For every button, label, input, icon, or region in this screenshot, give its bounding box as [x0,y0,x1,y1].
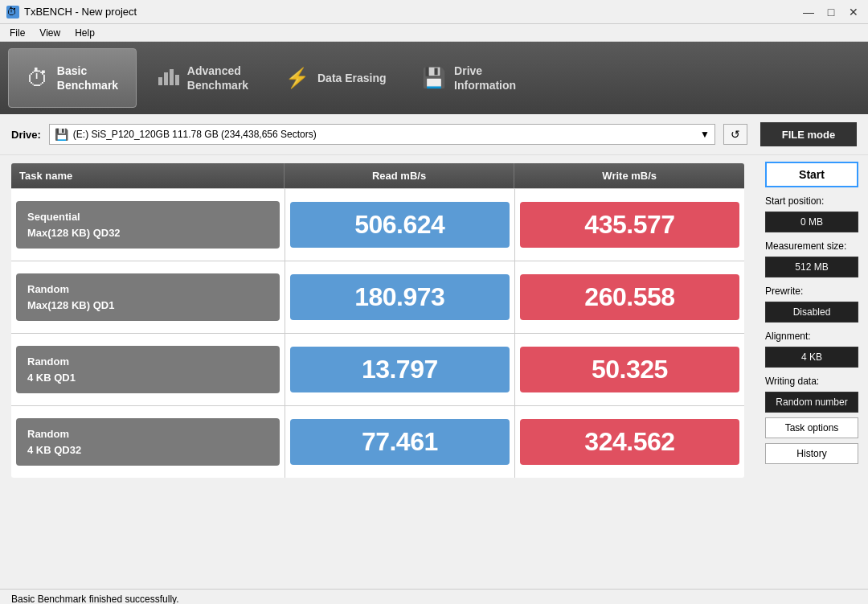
start-button[interactable]: Start [765,162,858,187]
main-content: Task name Read mB/s Write mB/s Sequentia… [0,155,868,589]
drive-icon-small: 💾 [55,128,68,141]
bench-row-3: Random4 KB QD1 13.797 50.325 [11,333,744,405]
bench-row-4: Random4 KB QD32 77.461 324.562 [11,405,744,478]
window-controls: — □ ✕ [800,4,862,20]
start-position-label: Start position: [765,195,858,207]
svg-rect-1 [164,72,168,85]
measurement-size-label: Measurement size: [765,240,858,252]
measurement-size-value[interactable]: 512 MB [765,257,858,277]
tab-basic-benchmark[interactable]: ⏱ BasicBenchmark [8,48,137,108]
task-cell-2: RandomMax(128 KB) QD1 [11,261,285,333]
write-cell-3: 50.325 [515,334,744,405]
drive-select-value: (E:) SiS_P120_120GB 111.78 GB (234,438,6… [73,129,317,140]
read-cell-2: 180.973 [285,261,515,333]
bench-row-2: RandomMax(128 KB) QD1 180.973 260.558 [11,261,744,333]
task-label-2: RandomMax(128 KB) QD1 [16,273,280,321]
write-cell-2: 260.558 [515,261,744,333]
writing-data-label: Writing data: [765,376,858,387]
svg-rect-0 [158,77,162,85]
status-text: Basic Benchmark finished successfully. [11,594,179,605]
write-value-4: 324.562 [520,419,739,465]
close-button[interactable]: ✕ [845,4,862,20]
right-sidebar: Start Start position: 0 MB Measurement s… [755,155,868,589]
task-label-4: Random4 KB QD32 [16,418,280,466]
chevron-down-icon: ▼ [700,129,710,140]
task-cell-4: Random4 KB QD32 [11,406,285,478]
task-label-1: SequentialMax(128 KB) QD32 [16,201,280,249]
erasing-icon: ⚡ [285,67,309,89]
tab-data-erasing[interactable]: ⚡ Data Erasing [268,48,403,108]
title-bar: ⏱ TxBENCH - New project — □ ✕ [0,0,868,24]
menu-help[interactable]: Help [68,26,101,40]
task-options-button[interactable]: Task options [765,417,858,438]
tab-drive-label: DriveInformation [454,64,516,92]
svg-rect-2 [170,69,174,85]
bench-row-1: SequentialMax(128 KB) QD32 506.624 435.5… [11,188,744,261]
tab-drive-information[interactable]: 💾 DriveInformation [405,48,534,108]
alignment-value[interactable]: 4 KB [765,347,858,368]
tab-erasing-label: Data Erasing [317,71,387,85]
drive-label: Drive: [11,129,41,141]
write-value-3: 50.325 [520,347,739,392]
timer-icon: ⏱ [27,65,49,92]
col-header-task: Task name [11,163,285,188]
col-header-read: Read mB/s [285,163,515,188]
prewrite-value[interactable]: Disabled [765,302,858,323]
task-cell-3: Random4 KB QD1 [11,334,285,405]
bench-header: Task name Read mB/s Write mB/s [11,163,744,188]
menu-view[interactable]: View [33,26,67,40]
read-cell-4: 77.461 [285,406,515,478]
file-mode-button[interactable]: FILE mode [760,122,857,146]
prewrite-label: Prewrite: [765,286,858,297]
task-cell-1: SequentialMax(128 KB) QD32 [11,189,285,261]
menu-bar: File View Help [0,24,868,42]
tab-bar: ⏱ BasicBenchmark AdvancedBenchmark ⚡ Dat… [0,42,868,114]
minimize-button[interactable]: — [800,4,817,20]
write-cell-1: 435.577 [515,189,744,261]
read-value-3: 13.797 [290,347,510,392]
benchmark-area: Task name Read mB/s Write mB/s Sequentia… [0,155,755,589]
svg-rect-3 [175,75,179,85]
read-value-1: 506.624 [290,202,510,248]
tab-advanced-benchmark[interactable]: AdvancedBenchmark [138,48,267,108]
read-value-2: 180.973 [290,274,510,320]
status-bar: Basic Benchmark finished successfully. [0,589,868,604]
window-title: TxBENCH - New project [24,6,137,18]
write-value-2: 260.558 [520,274,739,320]
drive-icon: 💾 [422,67,446,89]
alignment-label: Alignment: [765,331,858,342]
write-cell-4: 324.562 [515,406,744,478]
history-button[interactable]: History [765,443,858,464]
write-value-1: 435.577 [520,202,739,248]
maximize-button[interactable]: □ [823,4,839,20]
title-bar-left: ⏱ TxBENCH - New project [6,6,137,18]
col-header-write: Write mB/s [514,163,744,188]
chart-icon [157,64,179,92]
menu-file[interactable]: File [3,26,31,40]
read-cell-3: 13.797 [285,334,515,405]
read-value-4: 77.461 [290,419,510,465]
start-position-value[interactable]: 0 MB [765,212,858,232]
drive-refresh-button[interactable]: ↺ [723,124,747,145]
refresh-icon: ↺ [731,128,740,141]
drive-select[interactable]: 💾 (E:) SiS_P120_120GB 111.78 GB (234,438… [49,124,715,145]
task-label-3: Random4 KB QD1 [16,346,280,393]
tab-advanced-label: AdvancedBenchmark [187,64,248,92]
writing-data-value[interactable]: Random number [765,392,858,413]
drive-bar: Drive: 💾 (E:) SiS_P120_120GB 111.78 GB (… [0,114,868,155]
tab-basic-label: BasicBenchmark [57,64,118,92]
read-cell-1: 506.624 [285,189,515,261]
app-icon: ⏱ [6,6,19,18]
